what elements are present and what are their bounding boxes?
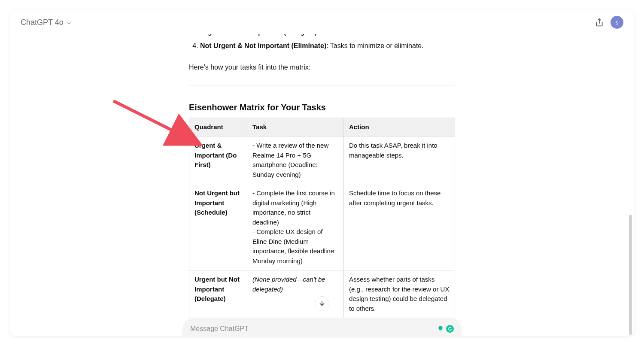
share-icon[interactable] bbox=[595, 18, 604, 27]
composer: G bbox=[182, 318, 462, 336]
message-input[interactable] bbox=[190, 325, 437, 333]
cell-action: Do this task ASAP, break it into managea… bbox=[344, 137, 455, 184]
cell-quadrant: Not Urgent but Important (Schedule) bbox=[189, 184, 247, 270]
table-row: Urgent & Important (Do First)- Write a r… bbox=[189, 137, 455, 184]
table-row: Not Urgent but Important (Schedule)- Com… bbox=[189, 184, 455, 270]
divider bbox=[189, 85, 455, 85]
chevron-down-icon bbox=[66, 19, 72, 25]
message-content: Not Urgent but Important (Schedule): Tas… bbox=[176, 34, 468, 336]
scroll-to-bottom-button[interactable] bbox=[315, 296, 329, 311]
cell-quadrant: Urgent & Important (Do First) bbox=[189, 137, 247, 184]
table-row: Urgent but Not Important (Delegate)(None… bbox=[189, 270, 455, 318]
numbered-list: Not Urgent but Important (Schedule): Tas… bbox=[189, 34, 455, 53]
cell-task: (None provided—can't be delegated) bbox=[247, 270, 344, 318]
cell-task: - Complete the first course in digital m… bbox=[247, 184, 344, 270]
section-heading: Eisenhower Matrix for Your Tasks bbox=[189, 103, 455, 112]
grammarly-icon[interactable]: G bbox=[446, 325, 454, 333]
cell-action: Schedule time to focus on these after co… bbox=[344, 184, 455, 270]
list-item-4: Not Urgent & Not Important (Eliminate): … bbox=[200, 39, 455, 52]
col-task: Task bbox=[247, 118, 344, 137]
arrow-down-icon bbox=[319, 300, 325, 307]
cell-action: Assess whether parts of tasks (e.g., res… bbox=[344, 270, 455, 318]
list-item-3: Urgent but Not Important (Delegate): Tas… bbox=[200, 34, 455, 39]
scrollbar-thumb[interactable] bbox=[629, 215, 632, 335]
col-quadrant: Quadrant bbox=[189, 118, 247, 137]
intro-text: Here's how your tasks fit into the matri… bbox=[189, 61, 455, 73]
table-header-row: Quadrant Task Action bbox=[189, 118, 455, 137]
model-selector[interactable]: ChatGPT 4o bbox=[21, 18, 72, 27]
composer-addons: G bbox=[437, 325, 454, 333]
header: ChatGPT 4o s bbox=[10, 10, 634, 34]
cell-task: - Write a review of the new Realme 14 Pr… bbox=[247, 137, 344, 184]
scrollbar[interactable] bbox=[629, 34, 632, 336]
avatar-initial: s bbox=[616, 19, 619, 26]
conversation-area[interactable]: Not Urgent but Important (Schedule): Tas… bbox=[10, 34, 634, 336]
cell-quadrant: Urgent but Not Important (Delegate) bbox=[189, 270, 247, 318]
app-window: ChatGPT 4o s Not Urgent but Important bbox=[10, 10, 634, 336]
model-name: ChatGPT 4o bbox=[21, 18, 64, 27]
col-action: Action bbox=[344, 118, 455, 137]
avatar[interactable]: s bbox=[611, 16, 623, 29]
hint-icon[interactable] bbox=[437, 325, 444, 332]
header-actions: s bbox=[595, 16, 623, 29]
